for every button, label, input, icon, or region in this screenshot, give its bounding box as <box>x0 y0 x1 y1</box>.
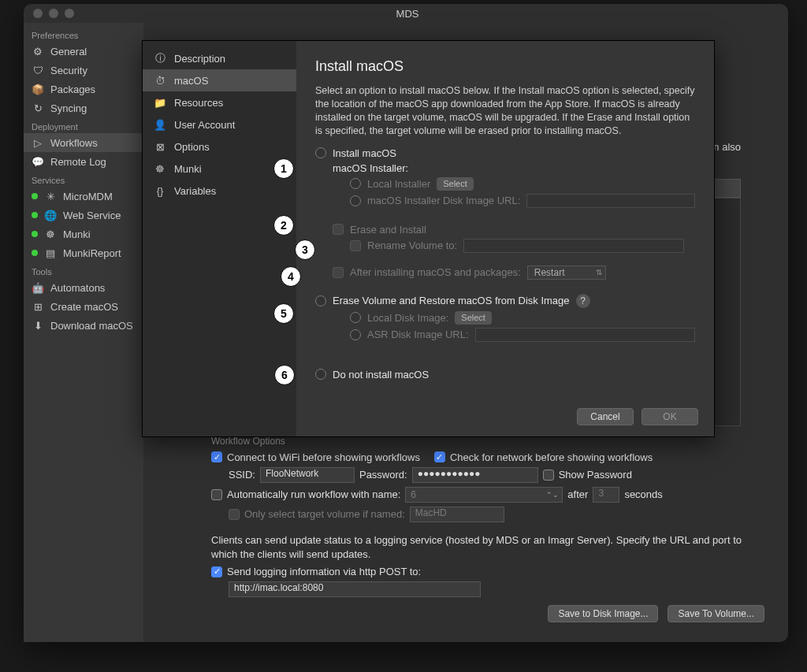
status-dot-icon <box>32 231 38 237</box>
sidebar-item-security[interactable]: 🛡Security <box>24 61 143 80</box>
group-header-tools: Tools <box>24 262 143 278</box>
radio-disk-image-url[interactable] <box>350 195 361 206</box>
radio-install-macos[interactable] <box>315 147 326 158</box>
nav-macos[interactable]: ⏱macOS <box>143 69 296 91</box>
sidebar-item-remote-log[interactable]: 💬Remote Log <box>24 152 143 171</box>
folder-icon: 📁 <box>154 96 166 109</box>
sidebar-item-create-macos[interactable]: ⊞Create macOS <box>24 297 143 316</box>
label-after: after <box>567 488 588 500</box>
munki-icon: ☸ <box>44 228 57 240</box>
radio-asr-url[interactable] <box>350 329 361 340</box>
label-only-if-named: Only select target volume if named: <box>244 508 405 520</box>
after-install-select[interactable]: Restart <box>527 265 606 280</box>
label-disk-image-url: macOS Installer Disk Image URL: <box>367 195 520 206</box>
only-if-named-input[interactable]: MacHD <box>410 507 504 522</box>
checkbox-erase-install[interactable] <box>333 224 344 235</box>
minimize-icon[interactable] <box>49 9 58 18</box>
label-erase-restore: Erase Volume and Restore macOS from Disk… <box>333 295 570 306</box>
disk-image-url-input[interactable] <box>526 194 695 208</box>
package-icon: 📦 <box>32 83 44 95</box>
radio-local-disk-image[interactable] <box>350 312 361 323</box>
status-dot-icon <box>32 250 38 256</box>
password-input[interactable]: ●●●●●●●●●●● <box>412 467 538 483</box>
sidebar-item-workflows[interactable]: ▷Workflows <box>24 133 143 152</box>
label-check-network: Check for network before showing workflo… <box>450 451 653 463</box>
report-icon: ▤ <box>44 247 57 259</box>
select-disk-image-button[interactable]: Select <box>455 311 492 325</box>
log-icon: 💬 <box>32 155 44 168</box>
checkbox-check-network[interactable]: ✓ <box>434 451 445 462</box>
ssid-input[interactable]: FlooNetwork <box>260 467 355 483</box>
timer-icon: ⏱ <box>154 74 166 87</box>
robot-icon: 🤖 <box>32 281 44 294</box>
sidebar-item-syncing[interactable]: ↻Syncing <box>24 98 143 117</box>
label-local-installer: Local Installer <box>367 178 430 190</box>
select-installer-button[interactable]: Select <box>437 177 474 191</box>
close-box-icon: ⊠ <box>154 140 166 153</box>
nav-user-account[interactable]: 👤User Account <box>143 113 296 136</box>
nav-resources[interactable]: 📁Resources <box>143 91 296 113</box>
group-header-preferences: Preferences <box>24 26 143 42</box>
save-to-disk-image-button[interactable]: Save to Disk Image... <box>548 605 658 622</box>
checkbox-connect-wifi[interactable]: ✓ <box>211 451 222 462</box>
window-title: MDS <box>80 8 734 20</box>
sidebar-item-micromdm[interactable]: ✳MicroMDM <box>24 187 143 206</box>
nav-variables[interactable]: {}Variables <box>143 180 296 202</box>
radio-do-not-install[interactable] <box>315 369 326 380</box>
nav-description[interactable]: ⓘDescription <box>143 47 296 69</box>
sync-icon: ↻ <box>32 102 44 114</box>
checkbox-send-logging[interactable]: ✓ <box>211 566 222 577</box>
label-send-logging: Send logging information via http POST t… <box>227 566 421 577</box>
callout-3: 3 <box>295 239 315 260</box>
nav-options[interactable]: ⊠Options <box>143 136 296 158</box>
asr-url-input[interactable] <box>475 328 695 342</box>
checkbox-after-install[interactable] <box>333 267 344 278</box>
gear-icon: ⚙ <box>32 45 44 58</box>
label-local-disk-image: Local Disk Image: <box>367 312 448 324</box>
checkbox-only-if-named[interactable] <box>229 509 240 520</box>
sidebar-item-munkireport[interactable]: ▤MunkiReport <box>24 243 143 262</box>
sidebar-item-automatons[interactable]: 🤖Automatons <box>24 278 143 297</box>
label-show-password: Show Password <box>559 469 632 481</box>
logging-description: Clients can send update status to a logg… <box>211 533 764 562</box>
cancel-button[interactable]: Cancel <box>577 408 634 425</box>
workflow-options: Workflow Options ✓ Connect to WiFi befor… <box>211 436 764 626</box>
label-after-install: After installing macOS and packages: <box>350 266 521 278</box>
checkbox-rename-volume[interactable] <box>350 240 361 251</box>
group-header-services: Services <box>24 171 143 187</box>
installer-label: macOS Installer: <box>333 162 408 174</box>
close-icon[interactable] <box>33 9 43 18</box>
radio-erase-restore[interactable] <box>315 295 326 306</box>
status-dot-icon <box>32 193 38 199</box>
zoom-icon[interactable] <box>65 9 74 18</box>
sidebar-item-munki[interactable]: ☸Munki <box>24 225 143 243</box>
ok-button[interactable]: OK <box>642 408 698 425</box>
sidebar-item-general[interactable]: ⚙General <box>24 42 143 61</box>
help-icon[interactable]: ? <box>576 294 590 308</box>
download-icon: ⬇ <box>32 319 44 332</box>
dialog-body: Install macOS Select an option to instal… <box>296 41 714 436</box>
checkbox-auto-run[interactable] <box>211 489 222 500</box>
sidebar-item-download-macos[interactable]: ⬇Download macOS <box>24 316 143 335</box>
sidebar-item-packages[interactable]: 📦Packages <box>24 80 143 98</box>
sidebar-item-web-service[interactable]: 🌐Web Service <box>24 206 143 225</box>
radio-local-installer[interactable] <box>350 178 361 189</box>
dialog-title: Install macOS <box>315 58 695 75</box>
rename-volume-input[interactable] <box>463 239 684 253</box>
create-icon: ⊞ <box>32 300 44 313</box>
checkbox-show-password[interactable] <box>543 470 554 481</box>
titlebar: MDS <box>24 4 788 23</box>
auto-run-select[interactable]: 6 <box>405 487 563 503</box>
globe-icon: 🌐 <box>44 209 57 221</box>
group-header-deployment: Deployment <box>24 117 143 133</box>
after-seconds-input[interactable]: 3 <box>593 487 619 503</box>
braces-icon: {} <box>154 184 166 197</box>
callout-6: 6 <box>274 365 295 385</box>
save-to-volume-button[interactable]: Save To Volume... <box>668 605 764 622</box>
label-rename-volume: Rename Volume to: <box>367 239 457 251</box>
shield-icon: 🛡 <box>32 64 44 76</box>
install-macos-dialog: ⓘDescription ⏱macOS 📁Resources 👤User Acc… <box>142 40 715 437</box>
callout-5: 5 <box>273 303 294 324</box>
callout-4: 4 <box>281 266 301 287</box>
logging-url-input[interactable]: http://imac.local:8080 <box>229 581 481 597</box>
